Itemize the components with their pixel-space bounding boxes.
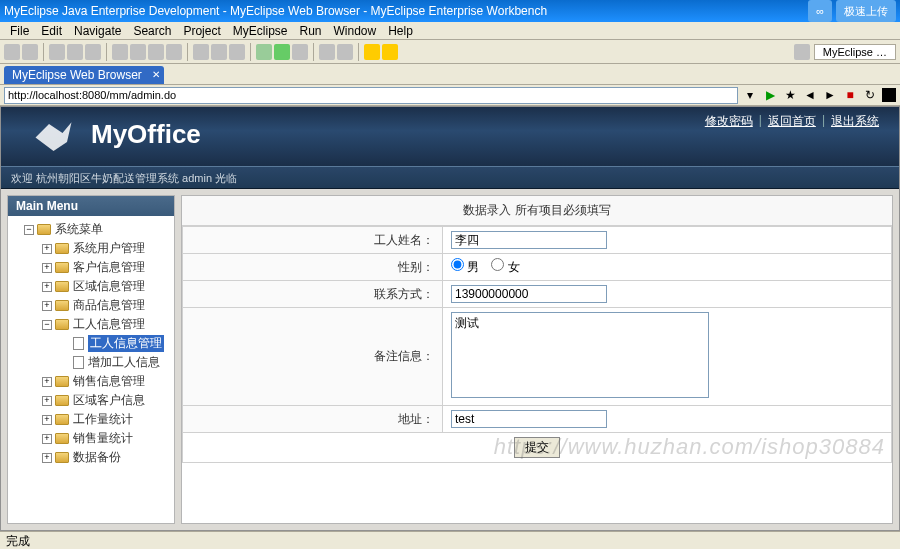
browser-viewport: MyOffice 修改密码 | 返回首页 | 退出系统 欢迎 杭州朝阳区牛奶配送… [0,106,900,531]
sidebar-title: Main Menu [8,196,174,216]
status-text: 完成 [6,534,30,548]
run-icon[interactable] [274,44,290,60]
share-icon[interactable]: ∞ [808,0,832,22]
tool-icon[interactable] [148,44,164,60]
folder-icon [55,243,69,254]
expand-icon[interactable]: + [42,301,52,311]
menu-myeclipse[interactable]: MyEclipse [227,24,294,38]
name-input[interactable] [451,231,607,249]
window-title: MyEclipse Java Enterprise Development - … [4,0,547,22]
tree-node[interactable]: +客户信息管理 [10,258,172,277]
brand-title: MyOffice [91,119,201,150]
perspective-myeclipse[interactable]: MyEclipse … [814,44,896,60]
tree-node[interactable]: +工作量统计 [10,410,172,429]
forward-icon[interactable] [382,44,398,60]
tree-node[interactable]: 工人信息管理 [10,334,172,353]
tool-icon[interactable] [193,44,209,60]
menu-search[interactable]: Search [127,24,177,38]
gender-male-option[interactable]: 男 [451,258,479,276]
tree-node[interactable]: +数据备份 [10,448,172,467]
tree-node[interactable]: 增加工人信息 [10,353,172,372]
statusbar: 完成 [0,531,900,549]
collapse-icon[interactable]: − [24,225,34,235]
menu-help[interactable]: Help [382,24,419,38]
submit-button[interactable]: 提交 [514,437,560,458]
remark-textarea[interactable] [451,312,709,398]
back-nav-icon[interactable]: ◄ [802,87,818,103]
tool-icon[interactable] [211,44,227,60]
window-titlebar: MyEclipse Java Enterprise Development - … [0,0,900,22]
link-logout[interactable]: 退出系统 [831,113,879,130]
gender-female-option[interactable]: 女 [491,258,519,276]
tool-icon[interactable] [130,44,146,60]
tree-node[interactable]: −工人信息管理 [10,315,172,334]
tool-icon[interactable] [229,44,245,60]
menu-window[interactable]: Window [328,24,383,38]
menu-navigate[interactable]: Navigate [68,24,127,38]
expand-icon[interactable]: + [42,377,52,387]
refresh-icon[interactable]: ↻ [862,87,878,103]
upload-button[interactable]: 极速上传 [836,0,896,22]
url-input[interactable] [4,87,738,104]
link-home[interactable]: 返回首页 [768,113,816,130]
dropdown-icon[interactable]: ▾ [742,87,758,103]
new-icon[interactable] [4,44,20,60]
header-links: 修改密码 | 返回首页 | 退出系统 [705,113,879,130]
address-bar: ▾ ▶ ★ ◄ ► ■ ↻ [0,84,900,106]
forward-nav-icon[interactable]: ► [822,87,838,103]
stop-icon[interactable] [882,88,896,102]
browser-tab-label: MyEclipse Web Browser [12,68,142,82]
gender-label: 性别： [183,254,443,281]
tree: − 系统菜单 +系统用户管理+客户信息管理+区域信息管理+商品信息管理−工人信息… [8,216,174,523]
go-icon[interactable]: ▶ [762,87,778,103]
tree-node[interactable]: +区域信息管理 [10,277,172,296]
tree-node[interactable]: +销售信息管理 [10,372,172,391]
expand-icon[interactable]: + [42,453,52,463]
folder-icon [55,452,69,463]
close-icon[interactable]: ✕ [152,69,160,80]
favorites-icon[interactable]: ★ [782,87,798,103]
tool-icon[interactable] [292,44,308,60]
gender-female-radio[interactable] [491,258,504,271]
menu-project[interactable]: Project [177,24,226,38]
form-table: 工人姓名： 性别： 男 女 联系方式： [182,226,892,463]
tree-node[interactable]: +区域客户信息 [10,391,172,410]
tool-icon[interactable] [337,44,353,60]
tree-node[interactable]: +系统用户管理 [10,239,172,258]
tool-icon[interactable] [112,44,128,60]
page-icon [73,337,84,350]
expand-icon[interactable]: + [42,282,52,292]
debug-icon[interactable] [256,44,272,60]
gender-male-radio[interactable] [451,258,464,271]
perspective-icon[interactable] [794,44,810,60]
back-icon[interactable] [364,44,380,60]
expand-icon[interactable]: + [42,263,52,273]
expand-icon[interactable]: + [42,244,52,254]
menu-run[interactable]: Run [293,24,327,38]
addr-input[interactable] [451,410,607,428]
tool-icon[interactable] [67,44,83,60]
collapse-icon[interactable]: − [42,320,52,330]
link-change-password[interactable]: 修改密码 [705,113,753,130]
folder-icon [55,319,69,330]
menu-edit[interactable]: Edit [35,24,68,38]
editor-tabs: MyEclipse Web Browser ✕ [0,64,900,84]
tree-node[interactable]: +商品信息管理 [10,296,172,315]
expand-icon[interactable]: + [42,415,52,425]
stop-nav-icon[interactable]: ■ [842,87,858,103]
save-icon[interactable] [22,44,38,60]
folder-icon [55,395,69,406]
tool-icon[interactable] [319,44,335,60]
tool-icon[interactable] [85,44,101,60]
tool-icon[interactable] [166,44,182,60]
expand-icon[interactable]: + [42,434,52,444]
browser-tab[interactable]: MyEclipse Web Browser ✕ [4,66,164,84]
tree-node[interactable]: +销售量统计 [10,429,172,448]
expand-icon[interactable]: + [42,396,52,406]
tool-icon[interactable] [49,44,65,60]
menu-file[interactable]: File [4,24,35,38]
folder-icon [55,414,69,425]
tree-root[interactable]: − 系统菜单 [10,220,172,239]
phone-input[interactable] [451,285,607,303]
content-panel: 数据录入 所有项目必须填写 工人姓名： 性别： 男 女 联 [181,195,893,524]
